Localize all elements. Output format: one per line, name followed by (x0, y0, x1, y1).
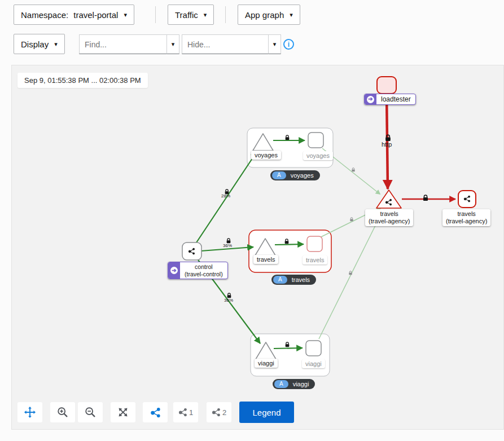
travels-agency-wl-line1: travels (446, 210, 487, 218)
mtls-lock-icon (352, 168, 354, 172)
graph-layout-icon (178, 408, 187, 417)
chevron-down-icon: ▾ (172, 41, 175, 48)
chevron-down-icon: ▾ (204, 11, 207, 19)
label-voyages-service[interactable]: voyages (251, 151, 281, 160)
arrow-right-icon: ➔ (170, 267, 178, 274)
group-pill-viaggi[interactable]: A viaggi (273, 379, 315, 389)
app-badge: A (274, 380, 288, 388)
display-label: Display (21, 39, 49, 49)
graph-layout-main-button[interactable] (143, 402, 168, 422)
label-loadtester[interactable]: ➔ loadtester (364, 94, 416, 105)
node-travels-agency-service[interactable] (376, 190, 401, 208)
find-input[interactable] (79, 34, 168, 54)
edge-viaggi-svc-to-wl[interactable] (274, 348, 303, 349)
label-voyages-workload[interactable]: voyages (303, 151, 333, 160)
edge-label-pct-voyages: 28% (221, 193, 230, 199)
graph-type-label: App graph (245, 10, 284, 20)
find-options-chevron[interactable]: ▾ (166, 34, 179, 54)
layout-2-label: 2 (222, 408, 226, 417)
group-pill-text: viaggi (293, 381, 309, 387)
group-pill-travels[interactable]: A travels (271, 275, 316, 285)
mtls-lock-icon (227, 293, 231, 298)
chevron-down-icon: ▾ (124, 11, 127, 19)
fit-to-screen-button[interactable] (111, 402, 135, 422)
traffic-label: Traffic (175, 10, 198, 20)
group-pill-text: travels (292, 276, 310, 283)
legend-button[interactable]: Legend (239, 402, 294, 423)
group-pill-voyages[interactable]: A voyages (270, 170, 320, 180)
edge-label-http: http (382, 141, 392, 148)
chevron-down-icon: ▾ (54, 41, 58, 48)
traffic-source-badge: ➔ (365, 94, 376, 104)
kiali-graph-page: Namespace: travel-portal ▾ Traffic ▾ App… (0, 0, 504, 441)
loadtester-label-text: loadtester (381, 95, 411, 103)
travels-agency-wl-line2: (travel-agency) (446, 218, 487, 225)
toolbar-divider (155, 6, 156, 23)
label-travels-service[interactable]: travels (253, 255, 278, 264)
mtls-lock-icon (423, 195, 428, 201)
edge-travels-svc-to-wl[interactable] (275, 244, 304, 245)
graph-layout-icon (150, 407, 161, 418)
node-control[interactable] (182, 242, 201, 260)
travels-agency-svc-line2: (travel-agency) (369, 218, 410, 225)
pan-mode-button[interactable] (17, 402, 42, 422)
label-viaggi-service[interactable]: viaggi (255, 359, 278, 368)
label-travels-agency-workload[interactable]: travels (travel-agency) (442, 209, 490, 226)
node-travels-workload[interactable] (307, 236, 322, 252)
node-voyages-workload[interactable] (308, 133, 323, 148)
node-travels-agency-workload[interactable] (458, 191, 476, 208)
mtls-lock-icon (349, 271, 352, 275)
travels-agency-svc-line1: travels (369, 210, 410, 218)
hide-input[interactable] (182, 34, 269, 54)
label-viaggi-workload[interactable]: viaggi (302, 359, 325, 368)
traffic-dropdown[interactable]: Traffic ▾ (168, 5, 214, 25)
expand-arrows-icon (117, 407, 129, 418)
zoom-out-button[interactable] (78, 402, 103, 422)
layout-1-label: 1 (189, 408, 193, 417)
hide-options-chevron[interactable]: ▾ (268, 34, 281, 54)
label-travels-agency-service[interactable]: travels (travel-agency) (365, 209, 413, 226)
info-icon[interactable]: i (283, 39, 294, 50)
move-pan-icon (24, 406, 36, 418)
edge-label-pct-travels: 36% (223, 243, 232, 248)
app-badge: A (272, 171, 286, 179)
zoom-in-icon (56, 406, 69, 418)
control-label-line2: (travel-control) (185, 271, 223, 278)
chevron-down-icon: ▾ (290, 11, 293, 19)
label-control[interactable]: ➔ control (travel-control) (168, 262, 228, 279)
app-badge: A (273, 276, 287, 284)
zoom-in-button[interactable] (50, 402, 75, 422)
namespace-dropdown[interactable]: Namespace: travel-portal ▾ (14, 5, 134, 25)
namespace-value: travel-portal (73, 10, 118, 20)
mtls-lock-icon (350, 218, 353, 222)
graph-type-dropdown[interactable]: App graph ▾ (238, 5, 300, 25)
node-loadtester[interactable] (377, 77, 396, 94)
graph-svg-layer (12, 65, 504, 430)
label-travels-workload[interactable]: travels (303, 255, 327, 264)
mtls-lock-icon (227, 239, 231, 243)
group-pill-text: voyages (291, 172, 314, 179)
edge-label-pct-viaggi: 36% (224, 298, 233, 303)
info-glyph: i (288, 41, 290, 48)
node-viaggi-workload[interactable] (306, 341, 321, 356)
control-label-line1: control (185, 263, 223, 271)
toolbar-divider (225, 6, 226, 23)
graph-layout-1-button[interactable]: 1 (173, 402, 198, 422)
graph-canvas[interactable]: Sep 9, 01:55:38 PM ... 02:00:38 PM (11, 65, 504, 430)
zoom-out-icon (84, 406, 97, 418)
traffic-source-badge: ➔ (168, 262, 180, 279)
arrow-right-icon: ➔ (367, 96, 374, 103)
graph-layout-2-button[interactable]: 2 (207, 402, 231, 422)
display-dropdown[interactable]: Display ▾ (14, 34, 65, 54)
chevron-down-icon: ▾ (273, 41, 277, 48)
graph-layout-icon (212, 408, 221, 417)
namespace-label: Namespace: (21, 10, 68, 20)
